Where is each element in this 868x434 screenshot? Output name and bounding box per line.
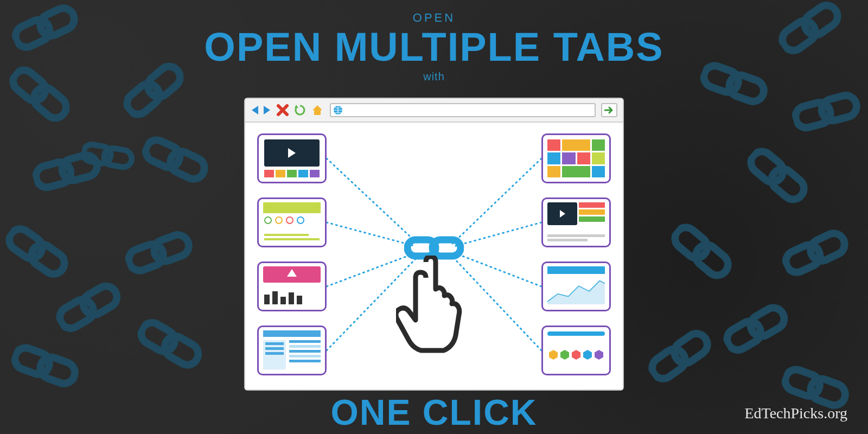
page-thumbnail — [257, 197, 327, 247]
svg-marker-18 — [549, 350, 558, 360]
bottom-title: ONE CLICK — [0, 392, 868, 433]
svg-marker-5 — [264, 106, 270, 114]
browser-illustration — [244, 98, 624, 391]
kicker-text: OPEN — [0, 11, 868, 25]
svg-marker-21 — [583, 350, 592, 360]
back-icon — [251, 105, 259, 116]
svg-line-10 — [327, 222, 416, 246]
page-thumbnail — [257, 133, 327, 183]
svg-line-13 — [451, 158, 541, 245]
page-thumbnail — [541, 261, 611, 311]
page-thumbnail — [257, 261, 327, 311]
svg-marker-7 — [312, 105, 322, 115]
browser-toolbar — [245, 99, 623, 123]
attribution-text: EdTechPicks.org — [744, 405, 847, 422]
close-icon — [277, 104, 289, 116]
page-thumbnail — [541, 326, 611, 375]
hand-pointer-icon — [396, 256, 472, 355]
svg-marker-6 — [295, 105, 298, 108]
svg-marker-17 — [547, 281, 605, 304]
forward-icon — [263, 105, 271, 116]
svg-marker-22 — [595, 350, 603, 360]
svg-line-14 — [454, 222, 541, 246]
main-title: OPEN MULTIPLE TABS — [0, 27, 868, 67]
page-thumbnail — [541, 133, 611, 183]
browser-body — [245, 123, 623, 390]
svg-marker-4 — [252, 106, 258, 114]
globe-icon — [333, 105, 343, 115]
home-icon — [311, 104, 323, 116]
svg-marker-19 — [560, 350, 569, 360]
svg-marker-20 — [572, 350, 580, 360]
address-bar — [330, 103, 596, 117]
page-thumbnail — [541, 197, 611, 247]
refresh-icon — [294, 104, 306, 116]
title-block: OPEN OPEN MULTIPLE TABS with — [0, 11, 868, 83]
go-button — [601, 103, 617, 117]
connector-text: with — [0, 71, 868, 83]
page-thumbnail — [257, 326, 327, 375]
